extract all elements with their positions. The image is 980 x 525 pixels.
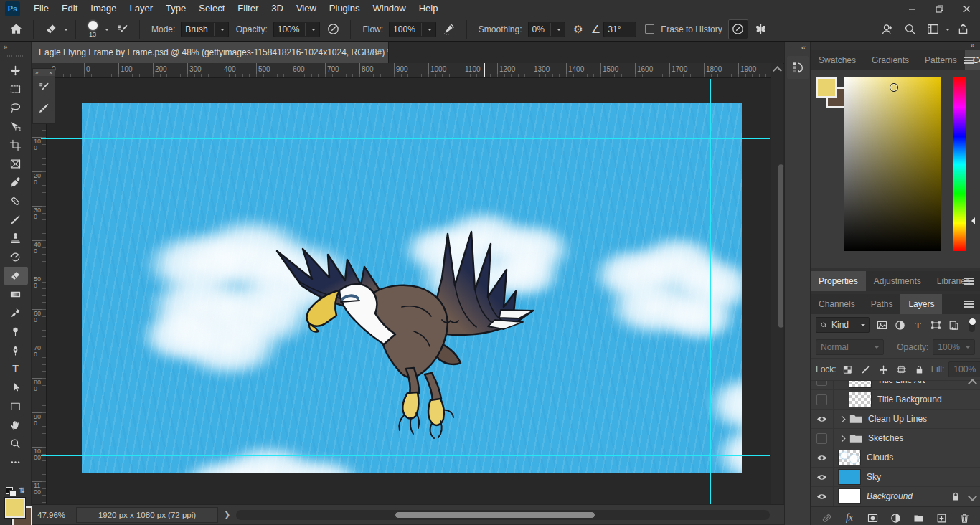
brush-preset-picker[interactable]: 13 xyxy=(83,21,102,38)
tab-layers[interactable]: Layers xyxy=(900,294,942,314)
layer-row-clean-up-lines[interactable]: Clean Up Lines xyxy=(811,410,980,429)
layer-row-sky[interactable]: Sky xyxy=(811,468,980,487)
mode-select[interactable]: Brush xyxy=(181,22,228,37)
fill-input[interactable]: 100% xyxy=(948,361,980,377)
menu-item-select[interactable]: Select xyxy=(192,0,231,17)
new-group-icon[interactable] xyxy=(912,511,925,525)
smudge-tool[interactable] xyxy=(4,304,28,322)
chevron-down-icon[interactable] xyxy=(64,29,68,33)
default-colors-icon[interactable]: ⇅ xyxy=(5,485,27,496)
layer-row-clouds[interactable]: Clouds xyxy=(811,448,980,468)
tab-adjustments[interactable]: Adjustments xyxy=(866,271,929,291)
pressure-size-icon[interactable] xyxy=(728,19,748,39)
brush-tool[interactable] xyxy=(4,211,28,229)
visibility-hidden-box[interactable] xyxy=(811,390,834,409)
layer-filter-toggle[interactable] xyxy=(969,318,975,332)
home-icon[interactable] xyxy=(6,19,26,39)
horizontal-scroll-thumb[interactable] xyxy=(395,511,595,519)
link-layers-icon[interactable] xyxy=(820,511,834,525)
eraser-preset-icon[interactable] xyxy=(41,19,61,39)
layer-name[interactable]: Clouds xyxy=(867,453,893,463)
panel-collapse-icon[interactable]: » xyxy=(35,70,38,76)
guide[interactable] xyxy=(116,79,116,504)
menu-item-type[interactable]: Type xyxy=(159,0,192,17)
visibility-hidden-box[interactable] xyxy=(811,429,834,448)
pen-tool[interactable] xyxy=(4,341,28,359)
group-expand-chevron-icon[interactable] xyxy=(839,415,846,422)
lock-transparency-icon[interactable] xyxy=(841,362,855,377)
zoom-tool[interactable] xyxy=(4,435,28,453)
visibility-eye-icon[interactable] xyxy=(811,410,834,428)
layer-row-background[interactable]: Background xyxy=(811,487,980,506)
menu-item-window[interactable]: Window xyxy=(366,0,412,17)
tab-gradients[interactable]: Gradients xyxy=(864,50,917,70)
layer-mask-icon[interactable] xyxy=(866,511,880,525)
pressure-opacity-icon[interactable] xyxy=(323,19,343,39)
gear-icon[interactable]: ⚙ xyxy=(568,19,588,39)
lock-position-icon[interactable] xyxy=(877,362,891,377)
guide[interactable] xyxy=(149,79,149,504)
tab-channels[interactable]: Channels xyxy=(811,294,863,314)
panel-menu-icon[interactable] xyxy=(964,280,974,282)
layer-name[interactable]: Background xyxy=(867,491,913,501)
foreground-color-swatch[interactable] xyxy=(5,498,25,518)
swap-colors-icon[interactable]: ⇅ xyxy=(19,486,25,494)
tab-patterns[interactable]: Patterns xyxy=(917,50,965,70)
hand-tool[interactable] xyxy=(4,416,28,434)
opacity-input[interactable]: 100% xyxy=(273,22,321,37)
workspace-icon[interactable] xyxy=(923,19,943,39)
restore-button[interactable] xyxy=(925,0,953,17)
panel-close-icon[interactable]: × xyxy=(49,70,52,76)
new-layer-icon[interactable] xyxy=(935,511,948,525)
eraser-tool[interactable] xyxy=(4,267,28,285)
tab-properties[interactable]: Properties xyxy=(811,271,866,291)
shape-layer-filter-icon[interactable] xyxy=(928,317,944,333)
object-selection-tool[interactable] xyxy=(4,118,28,136)
minimize-button[interactable] xyxy=(898,0,925,17)
layer-row-title-background[interactable]: Title Background xyxy=(811,390,980,410)
layer-thumbnail[interactable] xyxy=(838,469,861,485)
menu-item-file[interactable]: File xyxy=(27,0,55,17)
delete-layer-icon[interactable] xyxy=(958,511,971,525)
visibility-hidden-box[interactable] xyxy=(811,380,834,389)
layer-opacity-input[interactable]: 100% xyxy=(933,339,975,355)
lock-all-icon[interactable] xyxy=(913,362,927,377)
panel-menu-icon[interactable] xyxy=(964,303,974,305)
layer-name[interactable]: Sky xyxy=(867,472,881,482)
horizontal-ruler[interactable]: 0010020030040050060070080090010001100120… xyxy=(32,63,771,78)
menu-item-view[interactable]: View xyxy=(290,0,323,17)
visibility-eye-icon[interactable] xyxy=(811,448,834,467)
brush-settings-panel-icon[interactable] xyxy=(112,19,132,39)
layer-name[interactable]: Title Line Art xyxy=(877,380,925,385)
layer-thumbnail[interactable] xyxy=(838,450,861,465)
account-icon[interactable] xyxy=(877,19,897,39)
visibility-eye-icon[interactable] xyxy=(811,468,834,486)
layer-thumbnail[interactable] xyxy=(849,392,872,407)
menu-item-edit[interactable]: Edit xyxy=(55,0,84,17)
crop-tool[interactable] xyxy=(4,136,28,154)
guide[interactable] xyxy=(41,138,770,139)
menu-item-image[interactable]: Image xyxy=(84,0,123,17)
canvas[interactable] xyxy=(82,103,742,473)
type-layer-filter-icon[interactable]: T xyxy=(910,317,926,333)
menu-item-layer[interactable]: Layer xyxy=(123,0,160,17)
angle-input[interactable]: 31° xyxy=(603,22,636,37)
brush-settings-panel-icon[interactable] xyxy=(33,76,55,98)
frame-tool[interactable] xyxy=(4,155,28,173)
rectangular-marquee-tool[interactable] xyxy=(4,80,28,98)
guide[interactable] xyxy=(41,455,770,456)
tab-paths[interactable]: Paths xyxy=(863,294,901,314)
menu-item-filter[interactable]: Filter xyxy=(231,0,265,17)
rectangle-tool[interactable] xyxy=(4,397,28,415)
zoom-level[interactable]: 47.96% xyxy=(37,511,76,519)
history-panel-icon[interactable] xyxy=(787,56,809,79)
visibility-eye-icon[interactable] xyxy=(811,487,834,506)
layer-row-title-line-art[interactable]: Title Line Art xyxy=(811,380,980,390)
adjustment-layer-filter-icon[interactable] xyxy=(892,317,908,333)
status-expand-icon[interactable]: ❯ xyxy=(224,510,230,519)
airbrush-icon[interactable] xyxy=(439,19,459,39)
dock-header[interactable]: » xyxy=(811,42,980,50)
eyedropper-tool[interactable] xyxy=(4,174,28,191)
guide[interactable] xyxy=(677,79,677,504)
horizontal-scrollbar[interactable] xyxy=(236,510,770,520)
